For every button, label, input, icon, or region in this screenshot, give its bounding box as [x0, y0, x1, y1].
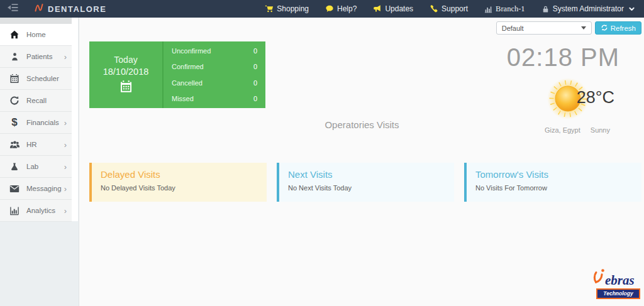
lock-icon: [541, 5, 550, 13]
card-title: Next Visits: [288, 169, 445, 180]
nebras-tagline: Technology: [596, 288, 640, 299]
recall-icon: [8, 96, 21, 106]
sidebar-item-hr[interactable]: HR: [0, 134, 72, 156]
clock-time: 02:18 PM: [507, 43, 619, 72]
today-stats: Unconfirmed 0 Confirmed 0 Cancelled 0 Mi…: [164, 41, 265, 108]
nav-branch[interactable]: Branch-1: [484, 4, 525, 14]
stat-row-unconfirmed: Unconfirmed 0: [172, 47, 257, 55]
top-navbar: DENTALORE Shopping Help? Updates Support: [0, 0, 644, 18]
building-icon: [484, 5, 492, 13]
dashboard-view-select[interactable]: Default: [496, 21, 592, 35]
chat-icon: [325, 4, 334, 13]
bar-chart-icon: [8, 206, 21, 216]
sidebar-item-lab[interactable]: Lab: [0, 156, 72, 178]
card-message: No Next Visits Today: [288, 184, 445, 192]
app-title: DENTALORE: [48, 4, 106, 14]
app-logo: DENTALORE: [34, 3, 106, 15]
sidebar-item-label: Lab: [26, 163, 64, 170]
stat-value: 0: [253, 63, 257, 70]
calendar-icon: [8, 74, 21, 84]
chevron-right-icon: [64, 141, 67, 149]
cart-icon: [265, 4, 274, 13]
sidebar-menu: Home Patients Scheduler Recall Financial…: [0, 24, 72, 222]
sidebar-item-label: Financials: [26, 119, 64, 126]
patient-icon: [8, 52, 21, 62]
sidebar-item-label: Home: [26, 31, 67, 38]
sidebar-item-label: Messaging: [26, 185, 64, 192]
sidebar-item-home[interactable]: Home: [0, 24, 72, 46]
stat-label: Confirmed: [172, 63, 204, 70]
stat-label: Unconfirmed: [172, 47, 211, 55]
card-title: Tomorrow's Visits: [475, 169, 633, 180]
sidebar-item-recall[interactable]: Recall: [0, 90, 72, 112]
nebras-mark-icon: [592, 267, 606, 287]
tomorrows-visits-card: Tomorrow's Visits No Visits For Tomorrow: [464, 163, 641, 202]
navbar-actions: Shopping Help? Updates Support Branch-1: [265, 4, 644, 14]
stat-value: 0: [253, 47, 257, 55]
home-icon: [8, 30, 21, 40]
refresh-icon: [601, 24, 608, 33]
chevron-right-icon: [64, 207, 67, 215]
card-message: No Delayed Visits Today: [101, 184, 258, 192]
card-title: Delayed Visits: [101, 169, 258, 180]
refresh-label: Refresh: [611, 25, 636, 32]
megaphone-icon: [373, 4, 382, 13]
delayed-visits-card: Delayed Visits No Delayed Visits Today: [89, 163, 267, 202]
stat-row-confirmed: Confirmed 0: [172, 63, 257, 70]
flask-icon: [8, 162, 21, 172]
stat-label: Cancelled: [172, 79, 203, 87]
sidebar-item-analytics[interactable]: Analytics: [0, 200, 72, 222]
nav-branch-label: Branch-1: [496, 4, 525, 14]
chevron-down-icon: [628, 6, 635, 12]
sidebar-item-label: Analytics: [26, 207, 64, 214]
nebras-technology-logo: ebras Technology: [592, 267, 640, 299]
chevron-right-icon: [64, 185, 67, 193]
sidebar: Home Patients Scheduler Recall Financial…: [0, 18, 79, 306]
nav-updates[interactable]: Updates: [373, 4, 413, 13]
today-date: 18/10/2018: [103, 67, 149, 77]
view-select-value: Default: [502, 25, 581, 32]
envelope-icon: [8, 185, 21, 193]
sidebar-item-label: HR: [26, 141, 64, 148]
stat-row-cancelled: Cancelled 0: [172, 79, 257, 87]
sidebar-item-label: Recall: [26, 97, 67, 104]
nav-help-label: Help?: [337, 4, 357, 13]
next-visits-card: Next Visits No Next Visits Today: [277, 163, 454, 202]
select-arrow-icon: [581, 26, 586, 30]
visit-cards-row: Delayed Visits No Delayed Visits Today N…: [89, 163, 641, 202]
temperature: 28°C: [577, 88, 614, 107]
stat-value: 0: [253, 95, 257, 102]
sidebar-item-scheduler[interactable]: Scheduler: [0, 68, 72, 90]
stat-label: Missed: [172, 95, 194, 102]
user-menu[interactable]: System Administrator: [541, 4, 635, 13]
sidebar-item-label: Scheduler: [26, 75, 67, 82]
chevron-right-icon: [64, 119, 67, 127]
today-date-panel: Today 18/10/2018: [89, 41, 164, 108]
collapse-menu-icon: [8, 3, 18, 14]
sidebar-item-financials[interactable]: Financials: [0, 112, 72, 134]
calendar-icon: [119, 80, 133, 96]
dashboard-toolbar: Default Refresh: [496, 21, 641, 35]
main-content: Default Refresh Today 18/10/2018 Unconfi…: [80, 18, 644, 306]
nav-support-label: Support: [441, 4, 468, 13]
people-icon: [8, 140, 21, 150]
stat-value: 0: [253, 79, 257, 87]
nav-help[interactable]: Help?: [325, 4, 357, 13]
nebras-wordmark: ebras: [592, 267, 640, 287]
sidebar-item-patients[interactable]: Patients: [0, 46, 72, 68]
card-message: No Visits For Tomorrow: [475, 184, 633, 192]
chevron-right-icon: [64, 53, 67, 61]
sidebar-item-messaging[interactable]: Messaging: [0, 178, 72, 200]
sidebar-collapse-button[interactable]: [0, 3, 25, 14]
nav-support[interactable]: Support: [430, 4, 468, 13]
nebras-brand-text: ebras: [605, 274, 635, 287]
sidebar-top-strip: [0, 18, 72, 24]
today-visits-card: Today 18/10/2018 Unconfirmed 0 Confirmed…: [89, 41, 265, 108]
dentalore-pulse-icon: [34, 3, 44, 15]
refresh-button[interactable]: Refresh: [595, 21, 641, 35]
nav-updates-label: Updates: [385, 4, 413, 13]
today-title: Today: [114, 55, 137, 65]
nav-shopping[interactable]: Shopping: [265, 4, 309, 13]
sidebar-scrollbar[interactable]: [71, 18, 78, 221]
chevron-right-icon: [64, 163, 67, 171]
